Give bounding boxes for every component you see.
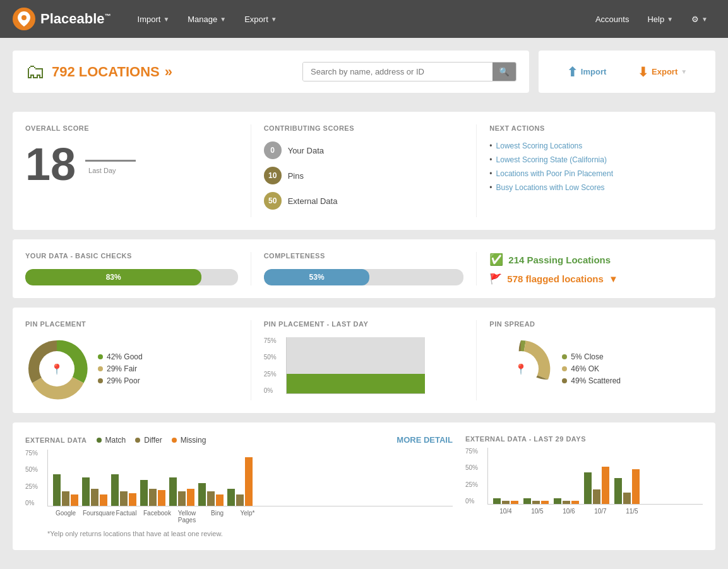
bar-facebook-missing (158, 490, 165, 506)
x-label-facebook: Facebook (143, 510, 170, 524)
pin-donut-legend: 42% Good 29% Fair 29% Poor (98, 352, 143, 385)
bar-105-match (523, 498, 531, 504)
check-icon: ✅ (489, 253, 503, 267)
bar-106-match (554, 498, 561, 504)
bar-group-facebook (140, 480, 165, 506)
pin-bar-line (287, 392, 425, 393)
bar-group-11-5 (614, 469, 640, 504)
pin-spread-title: PIN SPREAD (489, 320, 703, 328)
logo[interactable]: Placeable™ (13, 8, 111, 30)
legend-dot-poor (98, 378, 103, 383)
overall-score-title: OVERALL SCORE (25, 124, 238, 132)
legend-dot-scattered (562, 378, 567, 383)
bar-115-match (614, 478, 622, 504)
bar-facebook-match (140, 480, 148, 506)
external-data-grid: EXTERNAL DATA Match Differ (25, 435, 703, 537)
bar-107-differ (593, 489, 600, 504)
pin-location-icon: 📍 (51, 363, 63, 375)
next-action-0[interactable]: Lowest Scoring Locations (489, 141, 703, 150)
spread-location-icon: 📍 (515, 363, 527, 375)
nav-menu: Import ▼ Manage ▼ Export ▼ (130, 9, 588, 29)
last-day-label: Last Day (88, 167, 136, 174)
bar-bing-match (198, 483, 206, 506)
overall-score-number: 18 (25, 141, 76, 187)
import-export-card: ⬆ Import ⬇ Export ▼ (539, 51, 715, 93)
scores-card: OVERALL SCORE 18 Last Day CONTRIBUTING S… (13, 112, 715, 230)
spread-donut-container: 📍 5% Close 46% OK 49% Sca (489, 337, 703, 400)
legend-dot-good (98, 354, 103, 359)
last29-y-labels: 75% 50% 25% 0% (465, 448, 478, 505)
score-line (85, 160, 136, 162)
next-action-1[interactable]: Lowest Scoring State (California) (489, 155, 703, 164)
search-bar: 🔍 (302, 62, 516, 81)
pin-spread-section: PIN SPREAD 📍 (477, 320, 703, 400)
export-chevron: ▼ (271, 16, 277, 23)
legend-fair: 29% Fair (98, 364, 143, 373)
contributing-scores-section: CONTRIBUTING SCORES 0 Your Data 10 Pins … (251, 124, 477, 217)
bar-google-missing (71, 494, 78, 506)
bar-bing-differ (207, 491, 215, 506)
bar-group-10-6 (554, 498, 579, 504)
bar-group-10-7 (584, 467, 609, 504)
next-actions-section: NEXT ACTIONS Lowest Scoring Locations Lo… (477, 124, 703, 217)
search-input[interactable] (303, 63, 492, 81)
bar-106-differ (563, 501, 570, 504)
legend-match: Match (97, 436, 126, 445)
import-button[interactable]: ⬆ Import (567, 64, 606, 80)
yelp-note: *Yelp only returns locations that have a… (47, 530, 453, 537)
completeness-title: COMPLETENESS (264, 252, 464, 260)
flagged-chevron: ▼ (609, 273, 618, 284)
badge-external: 50 (264, 192, 282, 210)
badge-pins: 10 (264, 167, 282, 184)
legend-ok: 46% OK (562, 364, 621, 373)
bar-bing-missing (216, 494, 224, 506)
bar-foursquare-match (82, 477, 90, 506)
external-data-header: EXTERNAL DATA Match Differ (25, 435, 453, 445)
contributing-item-0: 0 Your Data (264, 141, 464, 159)
location-count[interactable]: 792 LOCATIONS » (52, 64, 172, 80)
flagged-locations[interactable]: 🚩 578 flagged locations ▼ (489, 273, 703, 285)
bar-foursquare-differ (91, 489, 98, 506)
more-detail-link[interactable]: MORE DETAIL (397, 435, 453, 445)
external-data-left: EXTERNAL DATA Match Differ (25, 435, 453, 537)
nav-settings[interactable]: ⚙ ▼ (684, 9, 715, 29)
locations-info: 🗂 792 LOCATIONS » (25, 60, 290, 83)
bar-yellowpages-missing (187, 489, 194, 506)
next-action-3[interactable]: Busy Locations with Low Scores (489, 183, 703, 192)
contributing-item-2: 50 External Data (264, 192, 464, 210)
pin-last-day-section: PIN PLACEMENT - LAST DAY 75% 50% 25% 0% (251, 320, 477, 400)
external-data-legend: Match Differ Missing (97, 436, 206, 445)
nav-help[interactable]: Help ▼ (640, 9, 681, 29)
bar-group-foursquare (82, 477, 107, 506)
bar-106-missing (571, 501, 579, 504)
bar-group-yellowpages (169, 477, 194, 506)
bar-yelp-missing (245, 457, 253, 506)
pin-bar-chart: 75% 50% 25% 0% (286, 337, 464, 394)
next-action-2[interactable]: Locations with Poor Pin Placement (489, 169, 703, 178)
nav-import[interactable]: Import ▼ (130, 9, 177, 29)
location-status-section: ✅ 214 Passing Locations 🚩 578 flagged lo… (477, 252, 703, 285)
bar-104-missing (511, 501, 518, 504)
locations-card: 🗂 792 LOCATIONS » 🔍 (13, 51, 529, 93)
nav-export[interactable]: Export ▼ (237, 9, 284, 29)
legend-scattered: 49% Scattered (562, 376, 621, 385)
navigation: Placeable™ Import ▼ Manage ▼ Export ▼ Ac… (0, 0, 728, 38)
search-button[interactable]: 🔍 (492, 63, 516, 81)
spread-donut-legend: 5% Close 46% OK 49% Scattered (562, 352, 621, 385)
export-button[interactable]: ⬇ Export ▼ (638, 64, 687, 80)
last29-chart-wrap: 75% 50% 25% 0% (487, 448, 703, 515)
pin-grid: PIN PLACEMENT 📍 (25, 320, 703, 400)
x-label-google: Google (52, 510, 79, 524)
nav-manage[interactable]: Manage ▼ (180, 9, 234, 29)
legend-poor: 29% Poor (98, 376, 143, 385)
bar-104-differ (502, 501, 510, 504)
pins-label: Pins (288, 171, 304, 181)
x-label-115: 11/5 (619, 508, 645, 515)
legend-missing: Missing (172, 436, 206, 445)
import-up-icon: ⬆ (567, 64, 578, 80)
pin-bar-area (286, 337, 425, 394)
pin-placement-section: PIN PLACEMENT 📍 (25, 320, 251, 400)
bar-115-missing (632, 469, 640, 504)
external-label: External Data (288, 196, 338, 206)
nav-accounts[interactable]: Accounts (588, 9, 636, 29)
